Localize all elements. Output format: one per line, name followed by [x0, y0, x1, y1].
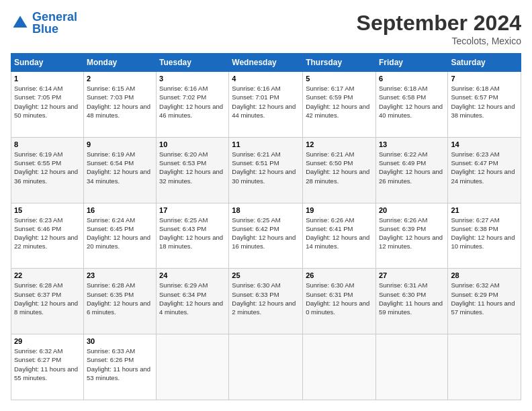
day-info: Sunrise: 6:28 AMSunset: 6:37 PMDaylight:… [14, 281, 81, 316]
calendar-cell: 13 Sunrise: 6:22 AMSunset: 6:49 PMDaylig… [375, 137, 447, 203]
col-thursday: Thursday [303, 54, 376, 72]
day-info: Sunrise: 6:28 AMSunset: 6:35 PMDaylight:… [87, 281, 153, 316]
calendar-header-row: Sunday Monday Tuesday Wednesday Thursday… [11, 54, 521, 72]
calendar-cell: 24 Sunrise: 6:29 AMSunset: 6:34 PMDaylig… [157, 269, 229, 334]
calendar-cell: 1 Sunrise: 6:14 AMSunset: 7:05 PMDayligh… [11, 72, 84, 138]
day-info: Sunrise: 6:33 AMSunset: 6:26 PMDaylight:… [87, 347, 153, 382]
col-monday: Monday [83, 54, 156, 72]
day-number: 15 [14, 206, 81, 214]
calendar-cell: 16 Sunrise: 6:24 AMSunset: 6:45 PMDaylig… [83, 203, 156, 269]
calendar-cell [303, 334, 376, 400]
day-info: Sunrise: 6:23 AMSunset: 6:47 PMDaylight:… [451, 150, 518, 185]
day-info: Sunrise: 6:21 AMSunset: 6:51 PMDaylight:… [232, 150, 300, 185]
calendar-week-3: 15 Sunrise: 6:23 AMSunset: 6:46 PMDaylig… [11, 203, 521, 269]
calendar-cell: 23 Sunrise: 6:28 AMSunset: 6:35 PMDaylig… [83, 269, 156, 334]
day-number: 17 [159, 206, 226, 214]
calendar-cell: 7 Sunrise: 6:18 AMSunset: 6:57 PMDayligh… [448, 72, 521, 138]
day-info: Sunrise: 6:19 AMSunset: 6:54 PMDaylight:… [87, 150, 153, 185]
day-info: Sunrise: 6:29 AMSunset: 6:34 PMDaylight:… [159, 281, 226, 316]
col-wednesday: Wednesday [229, 54, 303, 72]
day-info: Sunrise: 6:17 AMSunset: 6:59 PMDaylight:… [306, 84, 373, 120]
calendar-cell: 5 Sunrise: 6:17 AMSunset: 6:59 PMDayligh… [303, 72, 376, 138]
day-info: Sunrise: 6:31 AMSunset: 6:30 PMDaylight:… [379, 281, 445, 316]
col-saturday: Saturday [448, 54, 521, 72]
col-friday: Friday [375, 54, 447, 72]
calendar-cell: 20 Sunrise: 6:26 AMSunset: 6:39 PMDaylig… [375, 203, 447, 269]
calendar-cell: 19 Sunrise: 6:26 AMSunset: 6:41 PMDaylig… [303, 203, 376, 269]
calendar-week-5: 29 Sunrise: 6:32 AMSunset: 6:27 PMDaylig… [11, 334, 521, 400]
page: General Blue September 2024 Tecolots, Me… [0, 0, 532, 411]
day-info: Sunrise: 6:14 AMSunset: 7:05 PMDaylight:… [14, 84, 81, 120]
calendar-cell: 28 Sunrise: 6:32 AMSunset: 6:29 PMDaylig… [448, 269, 521, 334]
location: Tecolots, Mexico [357, 36, 521, 46]
calendar-cell [157, 334, 229, 400]
day-number: 8 [14, 140, 81, 148]
calendar: Sunday Monday Tuesday Wednesday Thursday… [11, 53, 521, 400]
header: General Blue September 2024 Tecolots, Me… [11, 11, 521, 46]
calendar-cell: 25 Sunrise: 6:30 AMSunset: 6:33 PMDaylig… [229, 269, 303, 334]
day-info: Sunrise: 6:22 AMSunset: 6:49 PMDaylight:… [379, 150, 445, 185]
day-number: 11 [232, 140, 300, 148]
day-info: Sunrise: 6:24 AMSunset: 6:45 PMDaylight:… [87, 216, 153, 251]
day-info: Sunrise: 6:26 AMSunset: 6:39 PMDaylight:… [379, 216, 445, 251]
calendar-week-4: 22 Sunrise: 6:28 AMSunset: 6:37 PMDaylig… [11, 269, 521, 334]
day-number: 10 [159, 140, 226, 148]
day-info: Sunrise: 6:23 AMSunset: 6:46 PMDaylight:… [14, 216, 81, 251]
day-info: Sunrise: 6:30 AMSunset: 6:31 PMDaylight:… [306, 281, 373, 316]
day-number: 9 [87, 140, 153, 148]
day-info: Sunrise: 6:18 AMSunset: 6:57 PMDaylight:… [451, 84, 518, 120]
day-number: 14 [451, 140, 518, 148]
svg-rect-1 [18, 22, 22, 28]
calendar-cell: 17 Sunrise: 6:25 AMSunset: 6:43 PMDaylig… [157, 203, 229, 269]
day-number: 5 [306, 75, 373, 83]
month-title: September 2024 [357, 11, 521, 36]
day-number: 24 [159, 271, 226, 279]
calendar-week-2: 8 Sunrise: 6:19 AMSunset: 6:55 PMDayligh… [11, 137, 521, 203]
logo: General Blue [11, 11, 77, 35]
calendar-cell: 15 Sunrise: 6:23 AMSunset: 6:46 PMDaylig… [11, 203, 84, 269]
calendar-cell [375, 334, 447, 400]
calendar-cell: 27 Sunrise: 6:31 AMSunset: 6:30 PMDaylig… [375, 269, 447, 334]
day-number: 28 [451, 271, 518, 279]
col-sunday: Sunday [11, 54, 84, 72]
calendar-week-1: 1 Sunrise: 6:14 AMSunset: 7:05 PMDayligh… [11, 72, 521, 138]
calendar-cell: 10 Sunrise: 6:20 AMSunset: 6:53 PMDaylig… [157, 137, 229, 203]
title-block: September 2024 Tecolots, Mexico [357, 11, 521, 46]
day-number: 12 [306, 140, 373, 148]
day-number: 13 [379, 140, 445, 148]
day-info: Sunrise: 6:16 AMSunset: 7:01 PMDaylight:… [232, 84, 300, 120]
calendar-cell: 22 Sunrise: 6:28 AMSunset: 6:37 PMDaylig… [11, 269, 84, 334]
calendar-cell: 29 Sunrise: 6:32 AMSunset: 6:27 PMDaylig… [11, 334, 84, 400]
day-info: Sunrise: 6:19 AMSunset: 6:55 PMDaylight:… [14, 150, 81, 185]
calendar-cell: 26 Sunrise: 6:30 AMSunset: 6:31 PMDaylig… [303, 269, 376, 334]
calendar-cell: 8 Sunrise: 6:19 AMSunset: 6:55 PMDayligh… [11, 137, 84, 203]
day-number: 30 [87, 337, 153, 345]
calendar-cell: 4 Sunrise: 6:16 AMSunset: 7:01 PMDayligh… [229, 72, 303, 138]
day-info: Sunrise: 6:32 AMSunset: 6:27 PMDaylight:… [14, 347, 81, 382]
day-info: Sunrise: 6:26 AMSunset: 6:41 PMDaylight:… [306, 216, 373, 251]
day-number: 27 [379, 271, 445, 279]
calendar-cell: 14 Sunrise: 6:23 AMSunset: 6:47 PMDaylig… [448, 137, 521, 203]
day-number: 1 [14, 75, 81, 83]
day-number: 29 [14, 337, 81, 345]
day-info: Sunrise: 6:18 AMSunset: 6:58 PMDaylight:… [379, 84, 445, 120]
day-info: Sunrise: 6:25 AMSunset: 6:42 PMDaylight:… [232, 216, 300, 251]
day-info: Sunrise: 6:32 AMSunset: 6:29 PMDaylight:… [451, 281, 518, 316]
day-number: 19 [306, 206, 373, 214]
calendar-cell: 21 Sunrise: 6:27 AMSunset: 6:38 PMDaylig… [448, 203, 521, 269]
day-info: Sunrise: 6:21 AMSunset: 6:50 PMDaylight:… [306, 150, 373, 185]
calendar-cell: 11 Sunrise: 6:21 AMSunset: 6:51 PMDaylig… [229, 137, 303, 203]
day-number: 6 [379, 75, 445, 83]
day-info: Sunrise: 6:30 AMSunset: 6:33 PMDaylight:… [232, 281, 300, 316]
day-number: 21 [451, 206, 518, 214]
day-info: Sunrise: 6:15 AMSunset: 7:03 PMDaylight:… [87, 84, 153, 120]
calendar-cell: 2 Sunrise: 6:15 AMSunset: 7:03 PMDayligh… [83, 72, 156, 138]
col-tuesday: Tuesday [157, 54, 229, 72]
day-info: Sunrise: 6:27 AMSunset: 6:38 PMDaylight:… [451, 216, 518, 251]
day-number: 20 [379, 206, 445, 214]
day-info: Sunrise: 6:16 AMSunset: 7:02 PMDaylight:… [159, 84, 226, 120]
calendar-cell: 3 Sunrise: 6:16 AMSunset: 7:02 PMDayligh… [157, 72, 229, 138]
calendar-cell: 12 Sunrise: 6:21 AMSunset: 6:50 PMDaylig… [303, 137, 376, 203]
day-number: 7 [451, 75, 518, 83]
calendar-cell: 18 Sunrise: 6:25 AMSunset: 6:42 PMDaylig… [229, 203, 303, 269]
